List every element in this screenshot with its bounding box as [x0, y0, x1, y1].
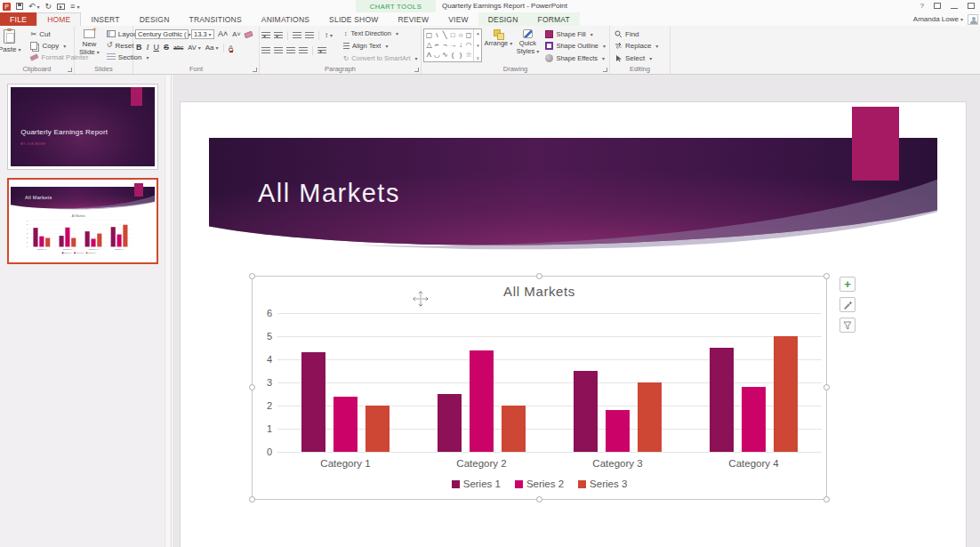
chart-bar[interactable]	[574, 371, 598, 452]
slide-thumbnail-2-selected[interactable]: All Markets All Markets0123456Category 1…	[7, 178, 158, 264]
font-color-button[interactable]: A	[228, 44, 235, 52]
tab-animations[interactable]: ANIMATIONS	[252, 12, 319, 26]
tab-slide-show[interactable]: SLIDE SHOW	[319, 12, 388, 26]
chart-title[interactable]: All Markets	[253, 284, 826, 299]
chart-bar[interactable]	[502, 406, 526, 452]
chart-bar[interactable]	[333, 397, 357, 452]
restore-icon[interactable]	[968, 3, 975, 9]
chart-bar[interactable]	[470, 350, 494, 452]
text-direction-button[interactable]: ↕ Text Direction	[341, 28, 420, 39]
shape-icon[interactable]: ⌐	[435, 42, 439, 49]
shape-icon[interactable]: ↓	[459, 42, 462, 49]
redo-icon[interactable]: ↻	[45, 2, 52, 11]
quick-styles-button[interactable]: Quick Styles	[514, 28, 541, 63]
clipboard-dialog-launcher[interactable]	[68, 68, 72, 72]
contextual-tab-design[interactable]: DESIGN	[478, 12, 528, 26]
start-slideshow-icon[interactable]	[57, 4, 65, 10]
font-family-combobox[interactable]: Century Gothic (	[135, 29, 189, 39]
chart-bar[interactable]	[301, 352, 325, 452]
justify-icon[interactable]	[299, 47, 308, 54]
paragraph-dialog-launcher[interactable]	[414, 68, 419, 72]
decrease-font-size-button[interactable]: A˅	[231, 29, 241, 39]
shape-icon[interactable]: △	[426, 42, 431, 49]
slide-title-text[interactable]: All Markets	[258, 179, 400, 208]
find-button[interactable]: Find	[612, 29, 660, 39]
shape-icon[interactable]: ☆	[465, 52, 471, 59]
tab-home[interactable]: HOME	[36, 12, 81, 26]
drawing-dialog-launcher[interactable]	[603, 68, 607, 72]
shape-effects-button[interactable]: Shape Effects	[543, 53, 607, 63]
shape-icon[interactable]: →	[449, 42, 456, 49]
chart-bar[interactable]	[638, 382, 662, 452]
shapes-more-icon[interactable]: ≡	[477, 55, 479, 60]
slide-thumbnail-1[interactable]: Quarterly Earnings Report BY JON BUSH	[7, 84, 158, 170]
align-center-icon[interactable]	[274, 47, 283, 54]
shape-icon[interactable]: ○	[459, 32, 463, 39]
slide-canvas[interactable]: All Markets All Markets0123456Category 1…	[181, 102, 966, 547]
undo-icon[interactable]: ↶	[28, 2, 40, 12]
shape-icon[interactable]: ◻	[466, 32, 472, 39]
shape-icon[interactable]: ◡	[434, 52, 440, 59]
align-text-button[interactable]: Align Text	[341, 41, 420, 52]
shapes-scroll-up-icon[interactable]: ▴	[477, 30, 479, 36]
replace-button[interactable]: Replace	[612, 41, 660, 51]
select-button[interactable]: Select	[612, 53, 660, 63]
convert-to-smartart-button[interactable]: ↻ Convert to SmartArt	[341, 52, 420, 63]
shape-icon[interactable]: ∿	[442, 52, 448, 59]
arrange-button[interactable]: Arrange	[485, 28, 511, 63]
shape-icon[interactable]: ╲	[443, 32, 447, 39]
shape-outline-button[interactable]: Shape Outline	[543, 41, 607, 51]
tab-design[interactable]: DESIGN	[130, 12, 180, 26]
shape-icon[interactable]: ¬	[443, 42, 447, 49]
minimize-icon[interactable]	[951, 8, 958, 9]
chart-object[interactable]: All Markets0123456Category 1Category 2Ca…	[252, 276, 827, 500]
new-slide-button[interactable]: New Slide	[76, 28, 102, 63]
chart-filters-button[interactable]	[839, 318, 855, 333]
change-case-button[interactable]: Aa	[205, 43, 220, 53]
legend-item[interactable]: Series 2	[515, 479, 564, 489]
chart-styles-button[interactable]	[839, 297, 855, 312]
chart-bar[interactable]	[742, 387, 766, 452]
tab-insert[interactable]: INSERT	[81, 12, 129, 26]
slide-accent-rect[interactable]	[852, 107, 899, 181]
chart-elements-button[interactable]: +	[839, 277, 855, 292]
shape-icon[interactable]: )	[460, 52, 462, 59]
align-left-icon[interactable]	[261, 47, 270, 54]
tab-review[interactable]: REVIEW	[388, 12, 438, 26]
line-spacing-icon[interactable]: ↕	[324, 30, 333, 41]
tab-view[interactable]: VIEW	[438, 12, 478, 26]
tab-file[interactable]: FILE	[0, 12, 36, 26]
user-name[interactable]: Amanda Lowe	[913, 15, 963, 23]
decrease-indent-icon[interactable]	[293, 32, 301, 39]
chart-legend[interactable]: Series 1Series 2Series 3	[253, 479, 826, 489]
customize-qat-icon[interactable]: ≡	[70, 2, 79, 12]
align-right-icon[interactable]	[286, 47, 295, 54]
shape-icon[interactable]: ▢	[426, 32, 433, 39]
shape-icon[interactable]: (	[452, 52, 454, 59]
chart-bar[interactable]	[710, 348, 734, 452]
chart-bar[interactable]	[774, 336, 798, 452]
shape-icon[interactable]: \	[436, 32, 438, 39]
ribbon-display-options-icon[interactable]	[934, 3, 941, 9]
tab-transitions[interactable]: TRANSITIONS	[179, 12, 251, 26]
avatar[interactable]	[968, 14, 978, 25]
save-icon[interactable]	[16, 3, 23, 10]
strikethrough-button[interactable]: S	[163, 43, 170, 52]
font-size-combobox[interactable]: 13.3	[191, 29, 214, 39]
shapes-scroll-down-icon[interactable]: ▾	[477, 43, 479, 48]
italic-button[interactable]: I	[146, 43, 150, 52]
character-spacing-button[interactable]: AV	[187, 43, 201, 53]
bold-button[interactable]: B	[135, 43, 143, 52]
contextual-tab-format[interactable]: FORMAT	[528, 12, 580, 26]
clear-formatting-icon[interactable]	[244, 30, 253, 38]
paste-button[interactable]: Paste	[0, 28, 23, 63]
font-dialog-launcher[interactable]	[253, 68, 257, 72]
shape-icon[interactable]: □	[451, 32, 455, 39]
increase-indent-icon[interactable]	[305, 32, 314, 39]
shape-icon[interactable]: Λ	[427, 52, 431, 59]
bullets-icon[interactable]	[261, 32, 270, 39]
text-shadow-button[interactable]: abc	[173, 43, 184, 52]
thumbnail-panel-scrollbar[interactable]	[165, 75, 171, 547]
chart-bar[interactable]	[365, 406, 390, 452]
underline-button[interactable]: U	[153, 43, 161, 52]
